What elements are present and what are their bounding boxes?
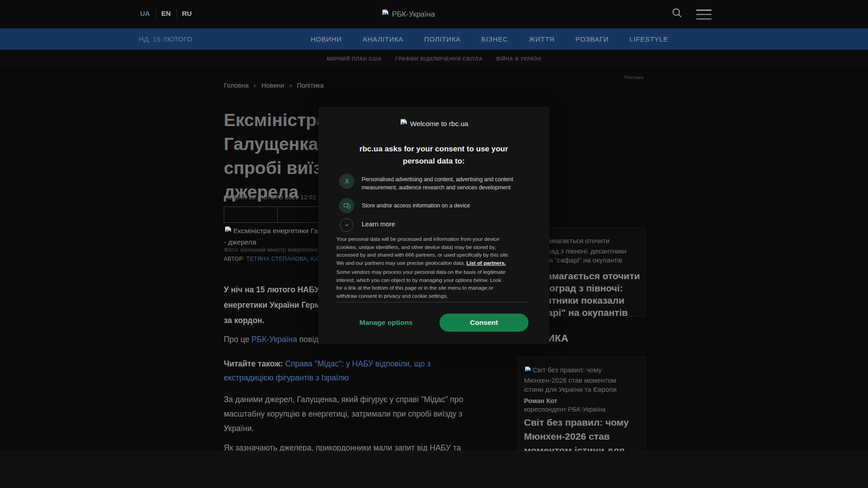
consent-paragraph-2: Some vendors may process your personal d… bbox=[336, 268, 505, 300]
nav-date: НД, 15 ЛЮТОГО bbox=[139, 35, 193, 43]
author-label: АВТОР: bbox=[224, 256, 245, 262]
sidebar-analytics-card[interactable]: Світ без правил: чому Мюнхен-2026 став м… bbox=[518, 357, 645, 459]
share-button[interactable] bbox=[224, 206, 278, 223]
tag-war-in-ukraine[interactable]: ВІЙНА В УКРАЇНІ bbox=[496, 56, 542, 61]
purpose-personalised-ads: Personalised advertising and content, ad… bbox=[362, 175, 538, 192]
broken-image-icon bbox=[524, 366, 532, 376]
nav-item-entertainment[interactable]: РОЗВАГИ bbox=[576, 35, 609, 43]
consent-dialog: Welcome to rbc.ua rbc.ua asks for your c… bbox=[318, 107, 549, 344]
rbc-ua-link[interactable]: РБК-Україна bbox=[251, 335, 297, 344]
broken-image-icon bbox=[399, 118, 408, 129]
consent-button[interactable]: Consent bbox=[439, 314, 528, 332]
card-image-alt: Світ без правил: чому Мюнхен-2026 став м… bbox=[524, 366, 617, 394]
purpose-store-device: Store and/or access information on a dev… bbox=[362, 202, 538, 210]
read-also-block: Читайте також: Справа "Мідас": у НАБУ ві… bbox=[224, 357, 431, 385]
card-author[interactable]: Роман Кот bbox=[524, 397, 557, 404]
search-button[interactable] bbox=[670, 7, 684, 20]
breadcrumb: Головна » Новини » Політика bbox=[224, 82, 324, 89]
broken-image-icon bbox=[224, 226, 232, 237]
bottom-ad-band bbox=[0, 451, 868, 488]
store-device-icon bbox=[339, 198, 354, 213]
card-author-role: кореспондент РБК-Україна bbox=[524, 406, 606, 413]
consent-welcome: Welcome to rbc.ua bbox=[318, 118, 549, 129]
breadcrumb-news[interactable]: Новини bbox=[261, 82, 284, 89]
personalised-ads-icon bbox=[339, 174, 354, 189]
list-of-partners-link[interactable]: List of partners. bbox=[467, 260, 506, 266]
breadcrumb-separator: » bbox=[289, 82, 292, 89]
breadcrumb-separator: » bbox=[253, 82, 257, 89]
ad-label: Реклама bbox=[624, 75, 643, 80]
learn-more-toggle[interactable]: Learn more bbox=[362, 221, 395, 228]
page: UA EN RU РБК-Україна НД, 15 ЛЮТОГО НОВИН… bbox=[0, 0, 868, 488]
lang-ru[interactable]: RU bbox=[176, 8, 198, 19]
manage-options-button[interactable]: Manage options bbox=[345, 314, 427, 332]
breadcrumb-politics[interactable]: Політика bbox=[297, 82, 324, 89]
search-icon bbox=[671, 14, 683, 20]
consent-paragraph-1: Your personal data will be processed and… bbox=[336, 235, 509, 267]
consent-welcome-text: Welcome to rbc.ua bbox=[410, 120, 468, 128]
nav-item-lifestyle[interactable]: LIFESTYLE bbox=[630, 35, 669, 43]
consent-heading: rbc.ua asks for your consent to use your… bbox=[318, 143, 549, 167]
hamburger-icon bbox=[696, 9, 712, 11]
read-also-label: Читайте також: bbox=[224, 359, 285, 368]
chevron-down-icon[interactable] bbox=[340, 218, 354, 232]
nav-item-life[interactable]: ЖИТТЯ bbox=[529, 35, 555, 43]
lang-en[interactable]: EN bbox=[156, 8, 176, 19]
breadcrumb-home[interactable]: Головна bbox=[224, 82, 249, 89]
divider bbox=[336, 302, 529, 302]
read-also-link[interactable]: екстрадицією фігурантів з Ізраїлю bbox=[224, 371, 431, 385]
author-link[interactable]: ТЕТЯНА СТЕПАНОВА bbox=[246, 256, 307, 262]
body-paragraph: За даними джерел, Галущенка, який фігуру… bbox=[224, 392, 463, 436]
language-switcher: UA EN RU bbox=[135, 8, 197, 19]
lang-ua[interactable]: UA bbox=[135, 8, 156, 19]
read-also-link[interactable]: Справа "Мідас": у НАБУ відповіли, що з bbox=[285, 359, 431, 368]
publish-date: НЕДІЛЯ 15 ЛЮТОГО 2026 12:02 bbox=[224, 194, 316, 201]
menu-button[interactable] bbox=[696, 9, 712, 19]
